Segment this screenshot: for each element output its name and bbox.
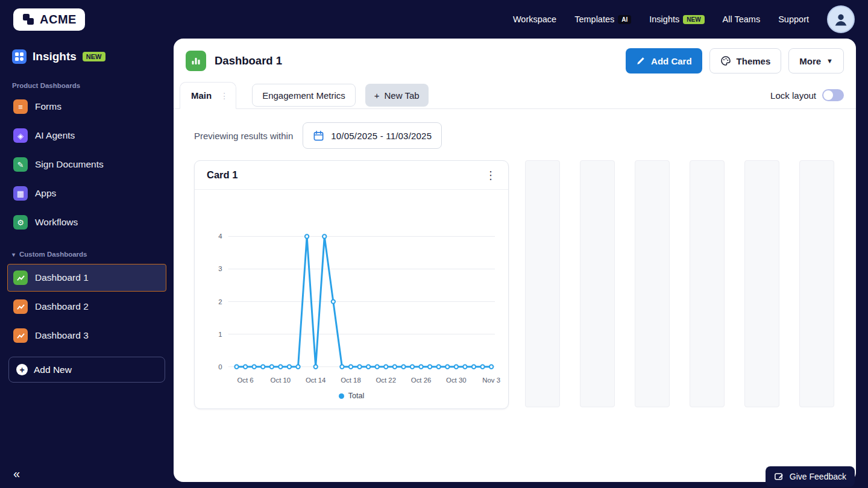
palette-icon — [720, 55, 731, 66]
sidebar-item-forms[interactable]: ≡ Forms — [7, 93, 166, 120]
forms-icon: ≡ — [13, 99, 28, 114]
insights-icon — [12, 49, 27, 64]
chart-canvas: 01234Oct 6Oct 10Oct 14Oct 18Oct 22Oct 26… — [201, 195, 502, 392]
acme-logo-icon — [22, 13, 35, 26]
preview-range-label: Previewing results within — [194, 131, 293, 141]
svg-text:1: 1 — [218, 331, 222, 338]
panel-header: Dashboard 1 Add Card Themes More — [174, 39, 856, 82]
grid-placeholder-column — [799, 160, 834, 407]
plus-icon: + — [374, 90, 380, 101]
legend-dot — [339, 393, 344, 399]
new-badge: NEW — [83, 52, 105, 61]
nav-insights[interactable]: Insights NEW — [649, 14, 704, 24]
sidebar-title-label: Insights — [33, 50, 77, 63]
sidebar-title: Insights NEW — [7, 45, 166, 69]
dashboard-content: Previewing results within 10/05/2025 - 1… — [174, 109, 856, 409]
svg-text:4: 4 — [218, 233, 222, 240]
add-new-button[interactable]: + Add New — [8, 357, 165, 383]
nav-support[interactable]: Support — [778, 14, 809, 24]
pencil-icon — [636, 56, 646, 66]
sidebar-item-dashboard-3[interactable]: Dashboard 3 — [7, 322, 166, 349]
svg-text:Oct 26: Oct 26 — [411, 377, 432, 384]
sidebar-item-ai-agents[interactable]: ◈ AI Agents — [7, 122, 166, 149]
lock-layout-label: Lock layout — [770, 90, 816, 101]
line-chart: 01234Oct 6Oct 10Oct 14Oct 18Oct 22Oct 26… — [195, 190, 508, 392]
calendar-icon — [313, 130, 324, 142]
chevron-down-icon: ▼ — [826, 57, 833, 64]
sidebar-item-sign-documents[interactable]: ✎ Sign Documents — [7, 151, 166, 178]
collapse-sidebar-button[interactable]: « — [13, 467, 20, 481]
feedback-icon — [774, 472, 784, 482]
svg-text:Oct 30: Oct 30 — [446, 377, 467, 384]
section-product-dashboards: Product Dashboards — [12, 82, 162, 89]
add-card-button[interactable]: Add Card — [626, 48, 702, 74]
plus-icon: + — [16, 364, 28, 375]
grid-placeholder-column — [635, 160, 670, 407]
tab-bar: Main ⋮ Engagement Metrics + New Tab Lock… — [174, 82, 856, 109]
new-tab-button[interactable]: + New Tab — [365, 84, 429, 107]
sidebar-item-dashboard-2[interactable]: Dashboard 2 — [7, 293, 166, 321]
sidebar-item-workflows[interactable]: ⚙ Workflows — [7, 208, 166, 236]
nav-templates[interactable]: Templates AI — [574, 14, 631, 24]
themes-button[interactable]: Themes — [709, 48, 782, 74]
more-button[interactable]: More ▼ — [788, 48, 844, 74]
nav-workspace[interactable]: Workspace — [513, 14, 556, 24]
lock-layout: Lock layout — [770, 89, 844, 101]
grid-placeholder-column — [744, 160, 779, 407]
top-bar: ACME Workspace Templates AI Insights NEW… — [0, 0, 868, 39]
svg-text:Oct 18: Oct 18 — [341, 377, 361, 384]
section-custom-dashboards[interactable]: ▾ Custom Dashboards — [12, 251, 162, 258]
dashboard-3-icon — [13, 328, 28, 343]
svg-text:Oct 22: Oct 22 — [376, 377, 396, 384]
card-menu-button[interactable]: ⋮ — [485, 170, 496, 181]
sidebar: Insights NEW Product Dashboards ≡ Forms … — [0, 39, 174, 488]
legend-label: Total — [348, 392, 364, 400]
sign-documents-icon: ✎ — [13, 157, 28, 172]
date-range-value: 10/05/2025 - 11/03/2025 — [331, 131, 432, 141]
grid-placeholder-column — [525, 160, 560, 407]
svg-text:Oct 6: Oct 6 — [237, 377, 253, 384]
svg-text:Oct 14: Oct 14 — [306, 377, 326, 384]
svg-text:3: 3 — [218, 265, 222, 272]
dashboard-1-icon — [13, 271, 28, 285]
grid-placeholder-column — [580, 160, 615, 407]
person-icon — [832, 11, 849, 28]
lock-layout-toggle[interactable] — [822, 89, 844, 101]
dashboard-2-icon — [13, 299, 28, 314]
apps-icon: ▦ — [13, 186, 28, 201]
sidebar-item-apps[interactable]: ▦ Apps — [7, 180, 166, 207]
ai-badge: AI — [618, 15, 631, 24]
tab-engagement-metrics[interactable]: Engagement Metrics — [252, 84, 356, 107]
workflows-icon: ⚙ — [13, 215, 28, 230]
tab-main[interactable]: Main ⋮ — [180, 82, 236, 109]
svg-text:0: 0 — [218, 363, 222, 371]
give-feedback-button[interactable]: Give Feedback — [766, 466, 855, 487]
avatar[interactable] — [827, 5, 855, 33]
sidebar-item-dashboard-1[interactable]: Dashboard 1 — [7, 264, 166, 292]
dashboard-icon — [186, 51, 206, 71]
brand-name: ACME — [40, 13, 77, 27]
grid-placeholders — [525, 160, 834, 407]
nav-all-teams[interactable]: All Teams — [723, 14, 761, 24]
top-nav: Workspace Templates AI Insights NEW All … — [513, 5, 855, 33]
page-title: Dashboard 1 — [215, 54, 282, 67]
new-badge: NEW — [683, 15, 704, 24]
acme-logo[interactable]: ACME — [13, 8, 85, 31]
main-panel: Dashboard 1 Add Card Themes More — [174, 39, 856, 482]
card-1: Card 1 ⋮ 01234Oct 6Oct 10Oct 14Oct 18Oct… — [194, 160, 509, 409]
drag-handle-icon[interactable]: ⋮ — [220, 91, 228, 101]
chart-legend: Total — [195, 392, 508, 408]
card-title: Card 1 — [207, 169, 237, 181]
ai-agents-icon: ◈ — [13, 128, 28, 143]
svg-text:Oct 10: Oct 10 — [271, 377, 291, 384]
grid-placeholder-column — [690, 160, 725, 407]
svg-text:2: 2 — [218, 298, 222, 305]
svg-text:Nov 3: Nov 3 — [482, 377, 500, 384]
chevron-down-icon: ▾ — [12, 251, 15, 258]
date-range-picker[interactable]: 10/05/2025 - 11/03/2025 — [303, 122, 442, 149]
